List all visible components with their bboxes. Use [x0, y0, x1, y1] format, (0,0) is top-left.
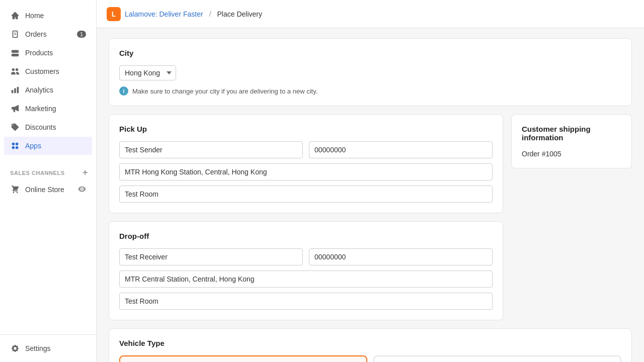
pickup-sender-wrapper	[119, 141, 303, 158]
sidebar-item-label: Home	[25, 12, 86, 20]
dropoff-side-spacer	[511, 221, 632, 320]
sidebar-item-settings[interactable]: Settings	[4, 339, 92, 357]
sidebar-item-products[interactable]: Products	[4, 44, 92, 62]
sidebar-item-home[interactable]: Home	[4, 7, 92, 25]
customer-info-title: Customer shipping information	[522, 125, 621, 142]
dropoff-title: Drop-off	[119, 232, 493, 240]
sidebar-item-label: Discounts	[25, 123, 86, 131]
city-select[interactable]: Hong Kong Shenzhen Guangzhou Shanghai Be…	[119, 65, 176, 80]
dropoff-receiver-wrapper	[119, 248, 303, 265]
main-content: L Lalamove: Deliver Faster / Place Deliv…	[97, 0, 644, 362]
sidebar-item-marketing[interactable]: Marketing	[4, 100, 92, 118]
eye-icon[interactable]	[78, 185, 86, 195]
online-store-actions	[78, 185, 86, 195]
store-icon	[10, 185, 20, 195]
pickup-column: Pick Up	[109, 114, 503, 213]
city-info-row: i Make sure to change your city if you a…	[119, 86, 621, 96]
pickup-address-input[interactable]	[119, 163, 493, 180]
info-icon: i	[119, 86, 128, 96]
pickup-sender-input[interactable]	[119, 141, 303, 158]
breadcrumb-page-title: Place Delivery	[217, 10, 262, 18]
sales-channels-header: SALES CHANNELS +	[0, 159, 96, 180]
sidebar-item-label: Analytics	[25, 86, 86, 94]
topbar: L Lalamove: Deliver Faster / Place Deliv…	[97, 0, 644, 28]
dropoff-address-input[interactable]	[119, 270, 493, 288]
svg-rect-0	[14, 33, 16, 33]
sidebar-item-label: Customers	[25, 67, 86, 75]
city-section-title: City	[119, 49, 621, 57]
analytics-icon	[10, 85, 20, 95]
vehicle-type-card: Vehicle Type	[109, 328, 632, 362]
dropoff-room-row	[119, 293, 493, 310]
city-info-message: Make sure to change your city if you are…	[132, 87, 317, 95]
dropoff-phone-input[interactable]	[309, 248, 493, 265]
vehicle-card-van[interactable]: Van Ideal for Multi-item delivery, inclu…	[119, 355, 367, 362]
orders-badge: 1	[77, 31, 86, 38]
products-icon	[10, 48, 20, 58]
city-card: City Hong Kong Shenzhen Guangzhou Shangh…	[109, 38, 632, 106]
marketing-icon	[10, 104, 20, 114]
sidebar-item-online-store[interactable]: Online Store	[4, 180, 92, 199]
dropoff-card: Drop-off	[109, 221, 503, 320]
pickup-address-row	[119, 163, 493, 180]
discounts-icon	[10, 122, 20, 132]
sidebar-item-label: Orders	[25, 30, 77, 38]
sidebar-settings-section: Settings	[0, 334, 96, 362]
pickup-phone-wrapper	[309, 141, 493, 158]
svg-rect-1	[14, 34, 16, 35]
sidebar-item-label: Marketing	[25, 105, 86, 113]
app-icon: L	[107, 7, 121, 21]
sidebar-item-label: Apps	[25, 142, 86, 150]
pickup-customer-row: Pick Up	[109, 114, 632, 213]
sidebar-item-discounts[interactable]: Discounts	[4, 118, 92, 136]
sidebar-item-orders[interactable]: Orders 1	[4, 25, 92, 43]
settings-icon	[10, 343, 20, 353]
vehicle-card-courier[interactable]: Courier Perfect for small goods, with a …	[373, 355, 621, 362]
online-store-label: Online Store	[25, 186, 78, 194]
pickup-room-input[interactable]	[119, 186, 493, 203]
settings-label: Settings	[25, 344, 86, 352]
dropoff-address-row	[119, 270, 493, 288]
sidebar-item-customers[interactable]: Customers	[4, 62, 92, 80]
sidebar-item-label: Products	[25, 49, 86, 57]
dropoff-row: Drop-off	[109, 221, 632, 320]
home-icon	[10, 11, 20, 21]
page-content: City Hong Kong Shenzhen Guangzhou Shangh…	[97, 28, 644, 362]
breadcrumb-app-link[interactable]: Lalamove: Deliver Faster	[125, 10, 203, 18]
sidebar-item-analytics[interactable]: Analytics	[4, 81, 92, 99]
pickup-title: Pick Up	[119, 125, 493, 133]
apps-icon	[10, 141, 20, 151]
dropoff-column: Drop-off	[109, 221, 503, 320]
add-sales-channel-button[interactable]: +	[80, 167, 90, 178]
vehicle-grid: Van Ideal for Multi-item delivery, inclu…	[119, 355, 621, 362]
order-ref: Order #1005	[522, 150, 621, 158]
vehicle-type-title: Vehicle Type	[119, 339, 621, 347]
breadcrumb-separator: /	[209, 10, 211, 18]
pickup-phone-input[interactable]	[309, 141, 493, 158]
customers-icon	[10, 66, 20, 76]
dropoff-room-input[interactable]	[119, 293, 493, 310]
pickup-room-row	[119, 186, 493, 203]
sidebar-item-apps[interactable]: Apps	[4, 137, 92, 155]
sidebar: Home Orders 1 Products Customers Analy	[0, 0, 97, 362]
customer-info-card: Customer shipping information Order #100…	[511, 114, 632, 168]
dropoff-phone-wrapper	[309, 248, 493, 265]
dropoff-name-phone-row	[119, 248, 493, 265]
pickup-card: Pick Up	[109, 114, 503, 213]
pickup-name-phone-row	[119, 141, 493, 158]
orders-icon	[10, 29, 20, 39]
customer-info-column: Customer shipping information Order #100…	[511, 114, 632, 213]
dropoff-receiver-input[interactable]	[119, 248, 303, 265]
